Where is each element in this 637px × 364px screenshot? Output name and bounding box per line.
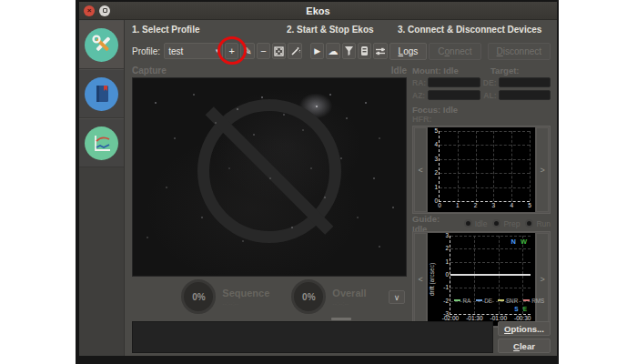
cloud-icon: ☁ xyxy=(329,46,339,57)
target-label: Target: xyxy=(490,66,520,76)
mount-status: Mount: Idle xyxy=(412,66,490,76)
titlebar[interactable]: × Ekos xyxy=(79,2,557,20)
star-dot xyxy=(379,137,380,139)
led-icon xyxy=(525,219,533,228)
sequence-progress-circle: 0% xyxy=(181,279,216,314)
star-dot xyxy=(340,157,342,159)
hfr-label: HFR: xyxy=(412,115,551,124)
profile-combobox[interactable]: test ▾ xyxy=(164,43,223,59)
al-value-field xyxy=(499,90,551,100)
chevron-down-icon: ▾ xyxy=(216,47,219,55)
star-dot xyxy=(147,237,148,238)
focus-hfr-chart: 012345543210 xyxy=(428,127,535,212)
sequence-progress: 0% Sequence --:--:-- xyxy=(181,279,269,314)
guide-chart-right-arrow[interactable]: > xyxy=(536,233,549,326)
window-title: Ekos xyxy=(79,5,557,16)
close-icon[interactable]: × xyxy=(84,5,95,16)
sidebar-tab-setup[interactable] xyxy=(79,20,124,69)
sequence-label: Sequence xyxy=(222,288,269,298)
start-ekos-button[interactable]: ▶ xyxy=(310,43,324,59)
star-dot xyxy=(373,177,375,179)
guide-led-idle: Idle xyxy=(464,219,488,228)
star-dot xyxy=(269,177,271,179)
star-dot xyxy=(253,134,255,136)
device-icon xyxy=(360,46,369,56)
magic-wand-icon xyxy=(290,46,300,56)
mount-coordinates: RA: DE: AZ: AL: xyxy=(412,77,551,100)
star-dot xyxy=(310,167,312,169)
disconnect-button[interactable]: Disconnect xyxy=(488,43,551,60)
sidebar-tab-analyze[interactable] xyxy=(79,118,124,167)
guide-status-row: Guide: Idle Idle Prep Run xyxy=(412,217,551,229)
logs-button[interactable]: Logs xyxy=(389,43,428,60)
star-dot xyxy=(357,217,359,218)
section-3-header: 3. Connect & Disconnect Devices xyxy=(398,25,551,37)
led-icon xyxy=(464,219,472,228)
analytics-chart-icon xyxy=(85,126,118,160)
az-value-field xyxy=(428,90,480,100)
ra-value-field xyxy=(428,77,480,87)
status-column: Mount: Idle Target: RA: DE: AZ: AL: xyxy=(412,66,551,317)
star-dot xyxy=(193,94,195,96)
capture-title: Capture xyxy=(132,66,167,77)
screenshot-canvas: × Ekos xyxy=(0,0,637,364)
star-dot xyxy=(291,227,293,228)
star-dot xyxy=(346,117,348,119)
remove-profile-button[interactable]: − xyxy=(257,43,270,59)
profile-label: Profile: xyxy=(132,46,160,56)
connect-button[interactable]: Connect xyxy=(429,43,480,60)
fits-viewer-button[interactable] xyxy=(358,43,371,59)
ekos-window: × Ekos xyxy=(76,0,559,364)
guide-led-prep: Prep xyxy=(492,219,520,228)
focus-chart-right-arrow[interactable]: > xyxy=(536,127,549,212)
focus-status: Focus: Idle xyxy=(412,105,551,115)
section-1-header: 1. Select Profile xyxy=(132,25,287,37)
ekos-options-button[interactable] xyxy=(373,43,387,59)
drivers-grid-icon xyxy=(274,46,284,56)
guide-chart-frame: < -02:00-01:30-01:00-00:303210-1-2-3RADE… xyxy=(412,231,551,328)
star-dot xyxy=(316,106,318,107)
expand-capture-button[interactable]: ∨ xyxy=(389,290,405,304)
edit-profile-button[interactable]: ✎ xyxy=(240,43,254,59)
bottom-bar: Options... Clear xyxy=(132,321,551,353)
maximize-icon[interactable] xyxy=(99,5,110,16)
star-dot xyxy=(166,187,167,188)
indi-panel-button[interactable] xyxy=(342,43,356,59)
section-headers: 1. Select Profile 2. Start & Stop Ekos 3… xyxy=(132,25,551,37)
chevron-down-icon: ∨ xyxy=(394,293,400,302)
star-dot xyxy=(174,137,176,139)
add-profile-button[interactable]: + xyxy=(225,43,238,59)
guide-led-run: Run xyxy=(525,219,551,228)
summary-area: Capture Idle 0% Sequence xyxy=(132,66,551,317)
star-dot xyxy=(242,240,244,242)
star-dot xyxy=(261,96,263,98)
led-icon xyxy=(492,219,500,228)
overall-label: Overall xyxy=(332,288,366,298)
star-dot xyxy=(379,246,380,248)
profile-wizard-button[interactable] xyxy=(288,43,301,59)
star-dot xyxy=(228,167,230,169)
splitter-handle[interactable] xyxy=(331,318,351,320)
guide-chart-left-arrow[interactable]: < xyxy=(414,233,427,326)
ra-label: RA: xyxy=(412,78,426,87)
sidebar-tab-scheduler[interactable] xyxy=(79,69,124,118)
clear-button[interactable]: Clear xyxy=(498,339,551,353)
notebook-icon xyxy=(85,77,118,111)
focus-chart-frame: < 012345543210 > xyxy=(412,126,551,214)
funnel-icon xyxy=(344,46,354,56)
custom-drivers-button[interactable] xyxy=(272,43,286,59)
options-button[interactable]: Options... xyxy=(498,321,551,336)
star-dot xyxy=(155,102,157,104)
main-content: 1. Select Profile 2. Start & Stop Ekos 3… xyxy=(125,20,557,356)
focus-chart-left-arrow[interactable]: < xyxy=(414,127,427,212)
star-dot xyxy=(237,108,238,110)
ekos-live-button[interactable]: ☁ xyxy=(326,43,339,59)
log-output-panel[interactable] xyxy=(132,321,493,353)
star-dot xyxy=(215,122,217,124)
pencil-icon: ✎ xyxy=(244,46,252,57)
star-dot xyxy=(365,102,367,104)
overall-time: --:--:-- xyxy=(332,300,366,307)
section-2-header: 2. Start & Stop Ekos xyxy=(287,25,398,37)
plus-icon: + xyxy=(229,46,235,56)
al-label: AL: xyxy=(482,91,497,100)
